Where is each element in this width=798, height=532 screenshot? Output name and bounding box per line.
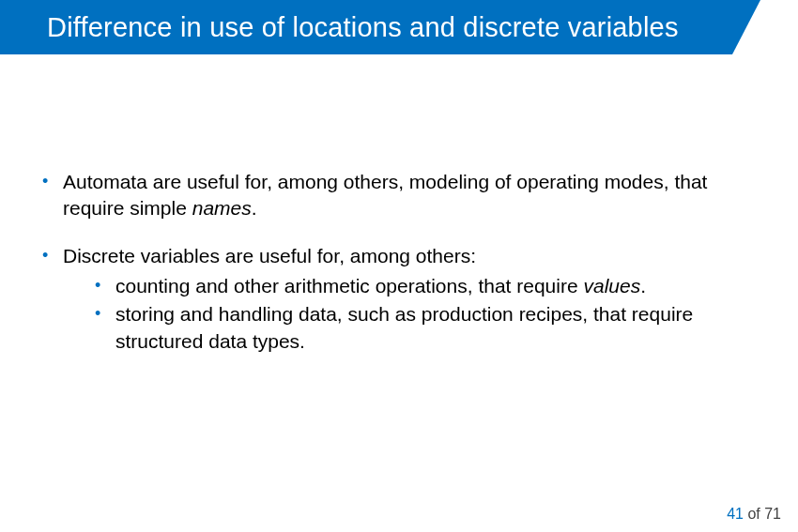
list-item-text: Discrete variables are useful for, among… <box>63 243 756 357</box>
list-item-text: counting and other arithmetic operations… <box>115 273 756 299</box>
page-number: 41 of 71 <box>727 506 781 523</box>
list-item-text: Automata are useful for, among others, m… <box>63 169 756 222</box>
bullet-icon: • <box>42 243 63 357</box>
text-run: storing and handling data, such as produ… <box>115 303 693 351</box>
bullet-icon: • <box>95 273 115 299</box>
slide-body: • Automata are useful for, among others,… <box>42 169 756 377</box>
text-run: . <box>252 197 257 219</box>
slide-title: Difference in use of locations and discr… <box>0 0 742 54</box>
text-run: . <box>640 275 646 296</box>
list-item: • Automata are useful for, among others,… <box>42 169 756 222</box>
text-run: Discrete variables are useful for, among… <box>63 245 476 266</box>
text-run: counting and other arithmetic operations… <box>115 275 583 296</box>
page-separator: of <box>744 506 764 522</box>
page-current: 41 <box>727 506 744 522</box>
text-emphasis: values <box>583 275 640 296</box>
text-run: Automata are useful for, among others, m… <box>63 171 707 219</box>
bullet-icon: • <box>42 169 63 222</box>
bullet-icon: • <box>95 301 115 355</box>
sub-list: • counting and other arithmetic operatio… <box>95 273 756 355</box>
list-item: • counting and other arithmetic operatio… <box>95 273 756 299</box>
list-item: • Discrete variables are useful for, amo… <box>42 243 756 357</box>
list-item: • storing and handling data, such as pro… <box>95 301 756 355</box>
page-total: 71 <box>764 506 781 522</box>
list-item-text: storing and handling data, such as produ… <box>115 301 756 355</box>
text-emphasis: names <box>192 197 252 219</box>
